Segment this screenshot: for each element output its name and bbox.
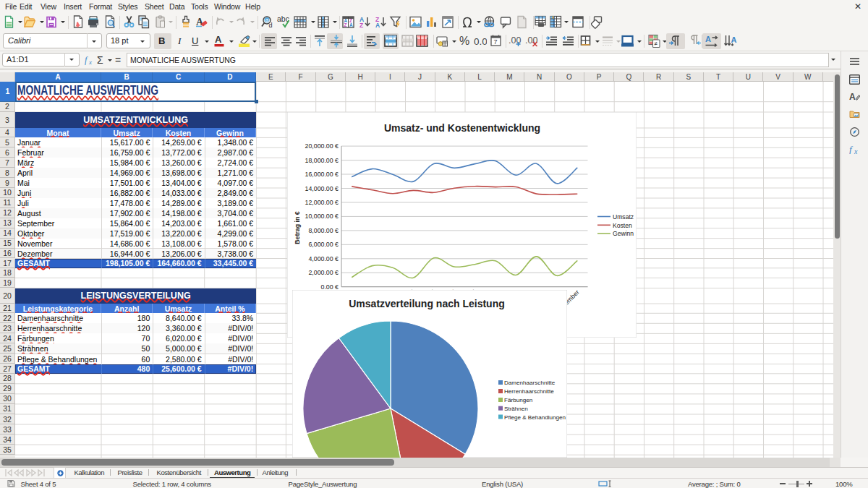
- svg-text:f: f: [849, 144, 854, 154]
- svg-text:Z: Z: [359, 22, 363, 29]
- svg-text:Umsatz: Umsatz: [613, 213, 634, 221]
- svg-text:x: x: [88, 59, 92, 66]
- svg-text:4,000.00 €: 4,000.00 €: [308, 255, 339, 262]
- svg-text:A: A: [349, 22, 353, 27]
- svg-text:=: =: [115, 54, 121, 66]
- svg-text:Damenhaarschnitte: Damenhaarschnitte: [504, 380, 556, 386]
- svg-text:A: A: [705, 35, 711, 43]
- svg-text:14,000.00 €: 14,000.00 €: [305, 185, 339, 192]
- svg-text:A: A: [849, 92, 856, 102]
- svg-text:6,000.00 €: 6,000.00 €: [308, 241, 339, 248]
- svg-text:Z: Z: [344, 22, 347, 27]
- svg-text:A: A: [375, 22, 380, 29]
- svg-text:Umsatz- und Kostenentwicklung: Umsatz- und Kostenentwicklung: [384, 122, 540, 134]
- svg-text:10,000.00 €: 10,000.00 €: [305, 213, 339, 220]
- svg-text:%: %: [459, 35, 469, 47]
- svg-text:16,000.00 €: 16,000.00 €: [305, 171, 339, 178]
- svg-text:≠: ≠: [655, 40, 658, 47]
- svg-text:f: f: [85, 55, 88, 65]
- svg-text:8,000.00 €: 8,000.00 €: [308, 227, 339, 234]
- svg-text:7: 7: [494, 38, 498, 46]
- svg-text:A: A: [215, 34, 222, 45]
- svg-text:Gewinn: Gewinn: [613, 230, 634, 237]
- svg-text:12,000.00 €: 12,000.00 €: [305, 199, 339, 206]
- svg-text:0.0: 0.0: [474, 36, 487, 47]
- svg-text:Betrag in €: Betrag in €: [294, 211, 301, 244]
- svg-text:20,000.00 €: 20,000.00 €: [305, 142, 339, 150]
- svg-text:A: A: [731, 35, 737, 44]
- svg-text:x: x: [854, 147, 858, 155]
- svg-text:Σ: Σ: [97, 54, 103, 66]
- svg-text:18,000.00 €: 18,000.00 €: [305, 157, 339, 164]
- svg-text:2,000.00 €: 2,000.00 €: [308, 269, 339, 276]
- svg-text:Färbungen: Färbungen: [504, 397, 532, 403]
- svg-text:Kosten: Kosten: [613, 222, 632, 229]
- svg-text:.00: .00: [525, 35, 537, 46]
- svg-text:Herrenhaarschnitte: Herrenhaarschnitte: [504, 388, 554, 395]
- svg-text:Pflege & Behandlungen: Pflege & Behandlungen: [504, 414, 566, 421]
- svg-text:Umsatzverteilung nach Leistung: Umsatzverteilung nach Leistung: [349, 298, 504, 309]
- svg-text:Strähnen: Strähnen: [504, 406, 528, 412]
- svg-text:d: d: [269, 22, 273, 29]
